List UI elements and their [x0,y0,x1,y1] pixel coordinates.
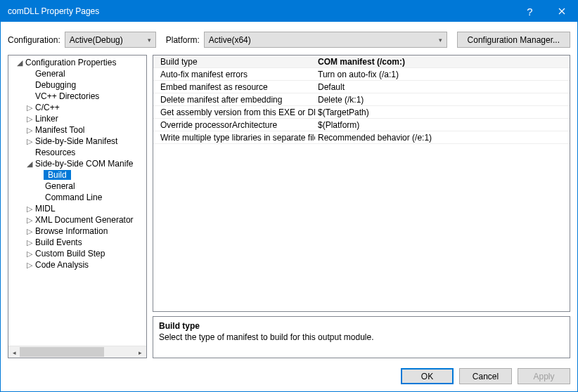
tree-item-label: Build [44,170,71,180]
tree[interactable]: ◢Configuration PropertiesGeneralDebuggin… [8,55,146,346]
tree-item[interactable]: ▷Build Events [8,237,146,248]
expander-closed-icon[interactable]: ▷ [25,228,34,235]
tree-item-label: Side-by-Side Manifest [34,136,119,146]
property-row[interactable]: Build typeCOM manifest (/com:) [153,55,570,68]
property-value[interactable]: COM manifest (/com:) [315,57,570,67]
close-icon [558,8,565,15]
tree-item[interactable]: ▷C/C++ [8,102,146,113]
tree-item[interactable]: ▷Custom Build Step [8,248,146,259]
expander-closed-icon[interactable]: ▷ [25,261,34,269]
tree-item-label: Code Analysis [34,260,90,270]
tree-item[interactable]: ▷Browse Information [8,226,146,237]
right-panel: Build typeCOM manifest (/com:)Auto-fix m… [153,55,570,358]
tree-item[interactable]: ▷Side-by-Side Manifest [8,136,146,147]
main-area: ◢Configuration PropertiesGeneralDebuggin… [1,55,577,362]
expander-closed-icon[interactable]: ▷ [25,115,34,123]
description-text: Select the type of manifest to build for… [159,332,564,342]
tree-item[interactable]: Build [8,169,146,181]
property-name: Override processorArchitecture [153,120,315,130]
property-value[interactable]: $(Platform) [315,120,570,130]
scroll-right-icon[interactable]: ▸ [134,346,146,358]
apply-button: Apply [518,368,570,384]
tree-item-label: Configuration Properties [24,58,117,67]
chevron-down-icon: ▾ [148,37,151,44]
property-value[interactable]: Delete (/k:1) [315,95,570,105]
property-row[interactable]: Override processorArchitecture$(Platform… [153,119,570,131]
tree-item-label: Command Line [44,192,103,202]
close-button[interactable] [546,1,577,22]
property-row[interactable]: Get assembly version from this EXE or DL… [153,106,570,119]
configuration-manager-button[interactable]: Configuration Manager... [457,32,570,48]
property-row[interactable]: Delete manifest after embeddingDelete (/… [153,93,570,106]
ok-button[interactable]: OK [401,368,454,384]
chevron-down-icon: ▾ [439,37,442,44]
property-value[interactable]: $(TargetPath) [315,107,570,117]
property-grid[interactable]: Build typeCOM manifest (/com:)Auto-fix m… [153,55,570,312]
platform-label: Platform: [166,35,200,45]
tree-item-label: General [44,181,77,191]
tree-item[interactable]: ▷Manifest Tool [8,124,146,136]
property-value[interactable]: Default [315,82,570,92]
tree-item[interactable]: ▷MIDL [8,203,146,214]
property-name: Auto-fix manifest errors [153,70,315,79]
tree-item-label: C/C++ [34,103,61,112]
tree-item-label: Custom Build Step [34,249,106,259]
expander-closed-icon[interactable]: ▷ [25,216,34,224]
tree-item[interactable]: General [8,181,146,192]
help-button[interactable]: ? [514,1,546,22]
tree-item-label: Manifest Tool [34,125,86,135]
tree-panel: ◢Configuration PropertiesGeneralDebuggin… [8,55,147,358]
tree-item-label: Debugging [34,80,77,90]
tree-item[interactable]: VC++ Directories [8,91,146,102]
configuration-value: Active(Debug) [70,35,123,45]
scroll-thumb[interactable] [20,347,104,357]
tree-h-scrollbar[interactable]: ◂ ▸ [8,346,146,358]
property-value[interactable]: Recommended behavior (/e:1) [315,133,570,143]
configuration-combo[interactable]: Active(Debug) ▾ [65,32,156,48]
expander-closed-icon[interactable]: ▷ [25,205,34,213]
tree-item[interactable]: Command Line [8,192,146,203]
tree-item-label: Linker [34,114,60,124]
title-bar: comDLL Property Pages ? [1,1,577,22]
tree-item[interactable]: ◢Configuration Properties [8,57,146,68]
tree-item-label: Side-by-Side COM Manife [34,159,134,169]
tree-item[interactable]: Resources [8,147,146,158]
tree-item-label: Resources [34,148,77,157]
configuration-label: Configuration: [8,35,60,45]
platform-combo[interactable]: Active(x64) ▾ [204,32,447,48]
expander-closed-icon[interactable]: ▷ [25,104,34,112]
property-row[interactable]: Write multiple type libraries in separat… [153,131,570,144]
tree-item[interactable]: ▷Code Analysis [8,259,146,270]
property-row[interactable]: Auto-fix manifest errorsTurn on auto-fix… [153,68,570,81]
property-name: Write multiple type libraries in separat… [153,133,315,143]
tree-item-label: XML Document Generator [34,215,135,225]
tree-item-label: Browse Information [34,226,109,236]
config-row: Configuration: Active(Debug) ▾ Platform:… [1,22,577,55]
tree-item[interactable]: ▷XML Document Generator [8,214,146,226]
property-name: Get assembly version from this EXE or DL… [153,107,315,117]
scroll-left-icon[interactable]: ◂ [8,346,20,358]
expander-closed-icon[interactable]: ▷ [25,138,34,145]
property-name: Embed manifest as resource [153,82,315,92]
description-panel: Build type Select the type of manifest t… [153,316,570,358]
expander-closed-icon[interactable]: ▷ [25,126,34,134]
tree-item-label: VC++ Directories [34,91,101,101]
property-name: Build type [153,57,315,67]
property-value[interactable]: Turn on auto-fix (/a:1) [315,70,570,79]
property-row[interactable]: Embed manifest as resourceDefault [153,81,570,93]
tree-item[interactable]: Debugging [8,79,146,91]
tree-item[interactable]: ◢Side-by-Side COM Manife [8,158,146,169]
tree-item[interactable]: ▷Linker [8,113,146,124]
tree-item-label: Build Events [34,237,84,247]
expander-closed-icon[interactable]: ▷ [25,250,34,258]
window-title: comDLL Property Pages [8,6,514,16]
expander-open-icon[interactable]: ◢ [25,160,34,168]
property-name: Delete manifest after embedding [153,95,315,105]
tree-item-label: General [34,69,67,79]
cancel-button[interactable]: Cancel [459,368,512,384]
tree-item[interactable]: General [8,68,146,79]
platform-value: Active(x64) [209,35,251,45]
expander-open-icon[interactable]: ◢ [15,59,24,67]
tree-item-label: MIDL [34,204,57,214]
expander-closed-icon[interactable]: ▷ [25,239,34,247]
